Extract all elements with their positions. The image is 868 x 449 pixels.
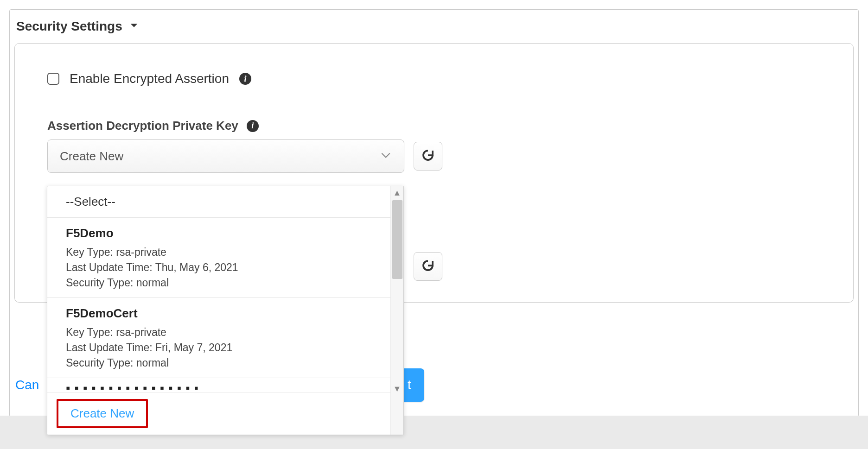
dropdown-item-f5demo[interactable]: F5Demo Key Type: rsa-private Last Update… [47, 218, 390, 298]
page-container: Security Settings Enable Encrypted Asser… [9, 9, 859, 417]
scroll-down-icon[interactable]: ▼ [393, 384, 402, 394]
scroll-up-icon[interactable]: ▲ [393, 188, 402, 198]
refresh-icon [421, 148, 435, 164]
dropdown-item-name: ▪ ▪ ▪ ▪ ▪ ▪ ▪ ▪ ▪ ▪ ▪ ▪ ▪ ▪ ▪ ▪ [66, 381, 372, 392]
info-icon[interactable]: i [239, 73, 251, 85]
assertion-key-select[interactable]: Create New [47, 139, 404, 173]
dropdown-item-partial[interactable]: ▪ ▪ ▪ ▪ ▪ ▪ ▪ ▪ ▪ ▪ ▪ ▪ ▪ ▪ ▪ ▪ [47, 378, 390, 392]
section-title: Security Settings [16, 19, 122, 34]
cancel-link[interactable]: Can [15, 378, 39, 392]
scroll-thumb[interactable] [392, 200, 402, 279]
dropdown-scrollbar[interactable]: ▲ ▼ [390, 186, 403, 435]
info-icon[interactable]: i [247, 120, 259, 132]
assertion-key-select-row: Create New [47, 139, 825, 173]
dropdown-item-meta: Security Type: normal [66, 277, 372, 289]
dropdown-item-f5democert[interactable]: F5DemoCert Key Type: rsa-private Last Up… [47, 298, 390, 378]
enable-encrypted-assertion-label: Enable Encrypted Assertion [70, 71, 229, 86]
refresh-button[interactable] [414, 142, 442, 171]
refresh-icon [421, 259, 435, 274]
dropdown-footer: Create New [47, 392, 390, 435]
refresh-button-2[interactable] [414, 252, 442, 281]
select-value: Create New [60, 149, 123, 164]
enable-encrypted-assertion-checkbox[interactable] [47, 73, 59, 85]
assertion-key-label: Assertion Decryption Private Key [47, 119, 238, 133]
dropdown-item-meta: Key Type: rsa-private [66, 326, 372, 339]
chevron-down-icon [380, 149, 392, 164]
dropdown-item-name: F5DemoCert [66, 306, 372, 321]
dropdown-list: --Select-- F5Demo Key Type: rsa-private … [47, 186, 390, 435]
enable-encrypted-assertion-row: Enable Encrypted Assertion i [47, 71, 825, 86]
dropdown-item-meta: Last Update Time: Thu, May 6, 2021 [66, 261, 372, 274]
dropdown-item-meta: Security Type: normal [66, 357, 372, 369]
assertion-key-dropdown: --Select-- F5Demo Key Type: rsa-private … [47, 186, 404, 435]
caret-down-icon [129, 19, 139, 34]
dropdown-item-name: F5Demo [66, 226, 372, 240]
dropdown-item-meta: Last Update Time: Fri, May 7, 2021 [66, 341, 372, 354]
create-new-button[interactable]: Create New [57, 399, 148, 428]
section-header[interactable]: Security Settings [16, 19, 854, 34]
assertion-key-label-row: Assertion Decryption Private Key i [47, 119, 825, 133]
dropdown-placeholder[interactable]: --Select-- [47, 186, 390, 218]
dropdown-item-meta: Key Type: rsa-private [66, 246, 372, 259]
